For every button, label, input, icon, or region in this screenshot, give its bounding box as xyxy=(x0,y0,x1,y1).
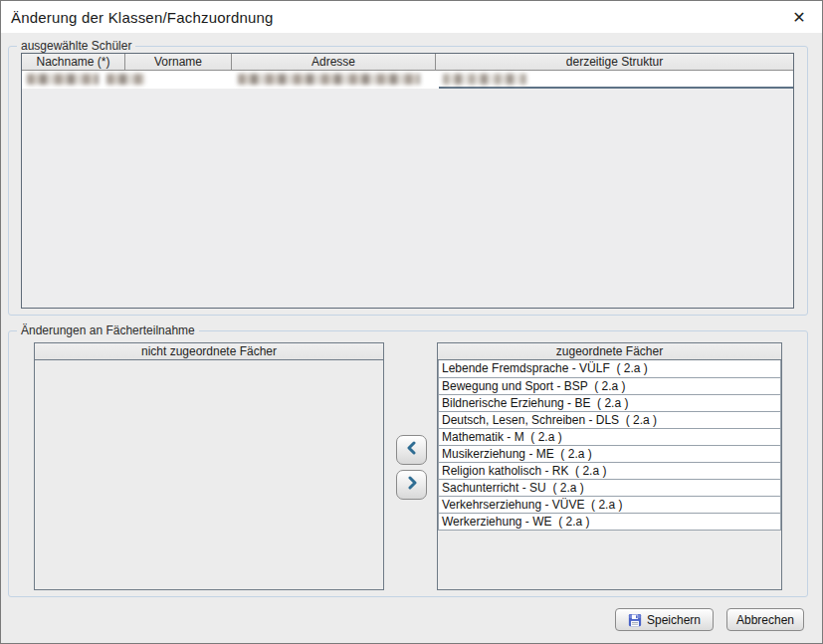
assigned-subjects-header: zugeordnete Fächer xyxy=(438,343,781,360)
save-button-label: Speichern xyxy=(647,613,701,627)
redacted-struktur xyxy=(443,74,526,85)
students-table-column-header[interactable]: Nachname (*) xyxy=(22,54,125,70)
list-item[interactable]: Bildnerische Erziehung - BE ( 2.a ) xyxy=(438,394,781,412)
redacted-adresse xyxy=(238,74,420,85)
unassigned-subjects-header: nicht zugeordnete Fächer xyxy=(35,343,383,360)
list-item[interactable]: Sachunterricht - SU ( 2.a ) xyxy=(438,479,781,497)
move-right-button[interactable] xyxy=(396,470,427,500)
save-button[interactable]: Speichern xyxy=(615,608,714,631)
students-table-column-header[interactable]: derzeitige Struktur xyxy=(436,54,793,70)
redacted-nachname xyxy=(27,74,99,85)
chevron-right-icon xyxy=(405,476,419,494)
list-item[interactable]: Bewegung und Sport - BSP ( 2.a ) xyxy=(438,377,781,395)
cancel-button[interactable]: Abbrechen xyxy=(726,608,804,631)
assigned-subjects-list[interactable]: zugeordnete Fächer Lebende Fremdsprache … xyxy=(437,342,782,590)
dialog-title: Änderung der Klassen/Fachzuordnung xyxy=(1,9,274,26)
list-item[interactable]: Lebende Fremdsprache - VÜLF ( 2.a ) xyxy=(438,360,781,378)
floppy-disk-icon xyxy=(628,613,642,627)
list-item[interactable]: Musikerziehung - ME ( 2.a ) xyxy=(438,445,781,463)
students-table-header: Nachname (*)VornameAdressederzeitige Str… xyxy=(22,54,793,71)
table-row[interactable] xyxy=(22,71,793,89)
close-icon[interactable]: ✕ xyxy=(786,5,812,29)
students-table-column-header[interactable]: Vorname xyxy=(125,54,232,70)
list-item[interactable]: Deutsch, Lesen, Schreiben - DLS ( 2.a ) xyxy=(438,411,781,429)
students-table-column-header[interactable]: Adresse xyxy=(232,54,436,70)
assigned-subjects-body: Lebende Fremdsprache - VÜLF ( 2.a )Beweg… xyxy=(438,360,781,531)
redacted-vorname xyxy=(106,74,144,85)
title-bar[interactable]: Änderung der Klassen/Fachzuordnung ✕ xyxy=(1,1,822,33)
dialog-window: Änderung der Klassen/Fachzuordnung ✕ aus… xyxy=(0,0,823,644)
list-item[interactable]: Werkerziehung - WE ( 2.a ) xyxy=(438,513,781,531)
list-item[interactable]: Verkehrserziehung - VÜVE ( 2.a ) xyxy=(438,496,781,514)
students-groupbox-label: ausgewählte Schüler xyxy=(17,39,135,53)
list-item[interactable]: Religion katholisch - RK ( 2.a ) xyxy=(438,462,781,480)
students-table: Nachname (*)VornameAdressederzeitige Str… xyxy=(21,53,794,309)
list-item[interactable]: Mathematik - M ( 2.a ) xyxy=(438,428,781,446)
unassigned-subjects-list[interactable]: nicht zugeordnete Fächer xyxy=(34,342,384,590)
row-selection-line xyxy=(439,87,793,89)
cancel-button-label: Abbrechen xyxy=(736,613,794,627)
chevron-left-icon xyxy=(405,441,419,459)
move-left-button[interactable] xyxy=(396,435,427,465)
subjects-groupbox-label: Änderungen an Fächerteilnahme xyxy=(17,323,199,337)
